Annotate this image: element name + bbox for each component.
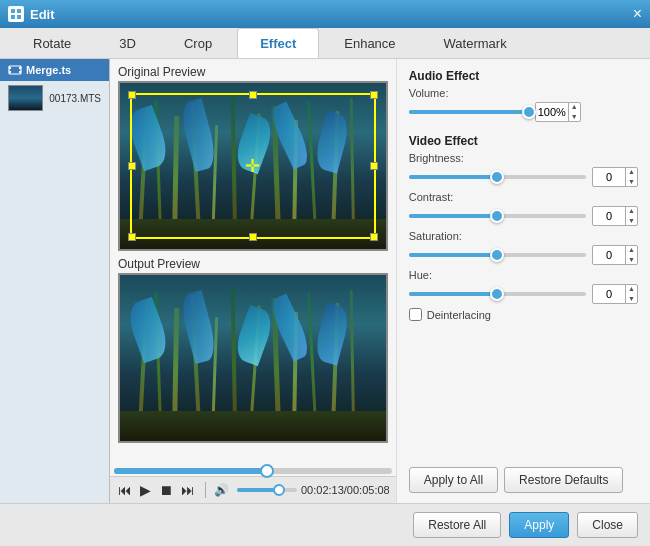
brightness-spinbox[interactable]: 0 ▲ ▼ [592, 167, 638, 187]
svg-rect-1 [17, 9, 21, 13]
hue-thumb[interactable] [490, 287, 504, 301]
original-preview-box: ✛ [118, 81, 388, 251]
brightness-up[interactable]: ▲ [626, 167, 637, 177]
saturation-thumb[interactable] [490, 248, 504, 262]
crop-handle-bm[interactable] [249, 233, 257, 241]
window-title: Edit [30, 7, 55, 22]
seekbar-thumb[interactable] [260, 464, 274, 478]
crop-center-cross: ✛ [245, 155, 260, 177]
crop-handle-tr[interactable] [370, 91, 378, 99]
apply-button[interactable]: Apply [509, 512, 569, 538]
apply-to-all-button[interactable]: Apply to All [409, 467, 498, 493]
app-icon [8, 6, 24, 22]
contrast-down[interactable]: ▼ [626, 216, 637, 226]
play-button[interactable]: ▶ [138, 480, 153, 500]
saturation-value: 0 [593, 249, 625, 261]
saturation-down[interactable]: ▼ [626, 255, 637, 265]
volume-thumb[interactable] [273, 484, 285, 496]
seekbar-container[interactable] [110, 466, 396, 476]
hue-slider-row: 0 ▲ ▼ [409, 284, 638, 304]
volume-label: Volume: [409, 87, 638, 99]
brightness-slider[interactable] [409, 175, 586, 179]
tab-rotate[interactable]: Rotate [10, 28, 94, 58]
tabs-bar: Rotate 3D Crop Effect Enhance Watermark [0, 28, 650, 59]
volume-spinbox[interactable]: 100% ▲ ▼ [535, 102, 581, 122]
effect-action-buttons: Apply to All Restore Defaults [409, 461, 638, 493]
contrast-up[interactable]: ▲ [626, 206, 637, 216]
volume-down-arrow[interactable]: ▼ [569, 112, 580, 122]
volume-slider[interactable] [409, 110, 529, 114]
tab-enhance[interactable]: Enhance [321, 28, 418, 58]
tab-crop[interactable]: Crop [161, 28, 235, 58]
close-window-button[interactable]: × [633, 6, 642, 22]
hue-spinbox[interactable]: 0 ▲ ▼ [592, 284, 638, 304]
crop-overlay[interactable]: ✛ [130, 93, 376, 239]
hue-up[interactable]: ▲ [626, 284, 637, 294]
restore-defaults-button[interactable]: Restore Defaults [504, 467, 623, 493]
restore-all-button[interactable]: Restore All [413, 512, 501, 538]
main-left: Original Preview [110, 59, 396, 503]
volume-icon: 🔊 [214, 483, 229, 497]
volume-value: 100% [536, 106, 568, 118]
brightness-label: Brightness: [409, 152, 638, 164]
close-button[interactable]: Close [577, 512, 638, 538]
deinterlacing-checkbox[interactable] [409, 308, 422, 321]
audio-effect-title: Audio Effect [409, 69, 638, 83]
output-preview-label: Output Preview [118, 257, 388, 271]
prev-frame-button[interactable]: ⏮ [116, 480, 134, 500]
video-effect-title: Video Effect [409, 134, 638, 148]
saturation-up[interactable]: ▲ [626, 245, 637, 255]
file-thumbnail [8, 85, 43, 111]
original-preview-label: Original Preview [118, 65, 388, 79]
file-name: 00173.MTS [49, 93, 101, 104]
volume-slider-thumb[interactable] [522, 105, 536, 119]
volume-spinbox-arrows[interactable]: ▲ ▼ [568, 102, 580, 122]
crop-handle-ml[interactable] [128, 162, 136, 170]
contrast-row: Contrast: 0 ▲ ▼ [409, 191, 638, 226]
tab-effect[interactable]: Effect [237, 28, 319, 58]
tab-3d[interactable]: 3D [96, 28, 159, 58]
svg-rect-6 [9, 71, 11, 73]
saturation-slider-row: 0 ▲ ▼ [409, 245, 638, 265]
crop-handle-mr[interactable] [370, 162, 378, 170]
saturation-slider[interactable] [409, 253, 586, 257]
sidebar-header: Merge.ts [0, 59, 109, 81]
crop-handle-tl[interactable] [128, 91, 136, 99]
contrast-spinbox[interactable]: 0 ▲ ▼ [592, 206, 638, 226]
crop-handle-bl[interactable] [128, 233, 136, 241]
audio-effect-section: Audio Effect Volume: 100% ▲ ▼ [409, 69, 638, 126]
crop-handle-br[interactable] [370, 233, 378, 241]
file-item-mts[interactable]: 00173.MTS [0, 81, 109, 115]
contrast-label: Contrast: [409, 191, 638, 203]
output-video [120, 275, 386, 441]
svg-rect-3 [17, 15, 21, 19]
svg-rect-0 [11, 9, 15, 13]
volume-bar[interactable] [237, 488, 297, 492]
brightness-down[interactable]: ▼ [626, 177, 637, 187]
crop-handle-tm[interactable] [249, 91, 257, 99]
next-frame-button[interactable]: ⏭ [179, 480, 197, 500]
volume-control-row: 100% ▲ ▼ [409, 102, 638, 122]
brightness-thumb[interactable] [490, 170, 504, 184]
contrast-slider[interactable] [409, 214, 586, 218]
volume-up-arrow[interactable]: ▲ [569, 102, 580, 112]
contrast-thumb[interactable] [490, 209, 504, 223]
bottom-buttons: Restore All Apply Close [0, 503, 650, 546]
stop-button[interactable]: ⏹ [157, 480, 175, 500]
saturation-row: Saturation: 0 ▲ ▼ [409, 230, 638, 265]
film-icon [8, 63, 22, 77]
volume-slider-fill [409, 110, 529, 114]
contrast-value: 0 [593, 210, 625, 222]
saturation-spinbox[interactable]: 0 ▲ ▼ [592, 245, 638, 265]
video-effect-section: Video Effect Brightness: 0 ▲ ▼ [409, 134, 638, 321]
original-preview-section: Original Preview [118, 65, 388, 251]
hue-down[interactable]: ▼ [626, 294, 637, 304]
saturation-label: Saturation: [409, 230, 638, 242]
deinterlacing-label[interactable]: Deinterlacing [427, 309, 491, 321]
tab-watermark[interactable]: Watermark [421, 28, 530, 58]
svg-rect-2 [11, 15, 15, 19]
hue-slider[interactable] [409, 292, 586, 296]
deinterlacing-row: Deinterlacing [409, 308, 638, 321]
seekbar[interactable] [114, 468, 392, 474]
brightness-row: Brightness: 0 ▲ ▼ [409, 152, 638, 187]
